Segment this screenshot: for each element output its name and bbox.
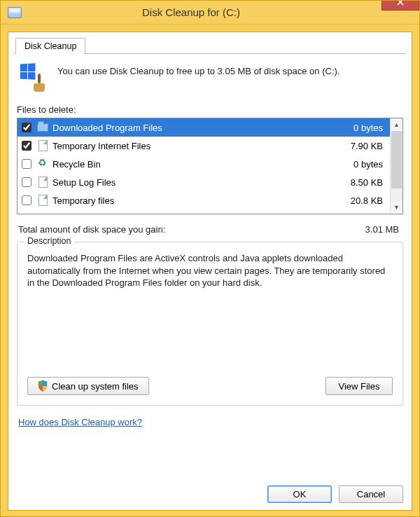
total-value: 3.01 MB [365,224,399,235]
intro-text: You can use Disk Cleanup to free up to 3… [57,64,340,78]
app-icon [8,7,22,18]
list-item[interactable]: Temporary Internet Files7.90 KB [18,137,390,155]
window-title: Disk Cleanup for (C:) [1,6,382,18]
list-item-name: Recycle Bin [52,159,330,170]
description-text: Downloaded Program Files are ActiveX con… [27,252,393,289]
list-item[interactable]: Downloaded Program Files0 bytes [18,118,390,137]
list-item-size: 20.8 KB [334,195,390,206]
total-label: Total amount of disk space you gain: [18,224,165,235]
list-item-size: 0 bytes [334,159,390,170]
list-item-checkbox[interactable] [22,159,31,169]
files-to-delete-label: Files to delete: [17,104,403,115]
tab-disk-cleanup[interactable]: Disk Cleanup [15,38,85,54]
list-item-checkbox[interactable] [22,177,31,187]
list-item-checkbox[interactable] [22,195,31,205]
files-listbox[interactable]: Downloaded Program Files0 bytesTemporary… [17,118,403,214]
scroll-up-button[interactable]: ▲ [391,118,402,131]
list-item[interactable]: Recycle Bin0 bytes [18,155,390,173]
scroll-down-button[interactable]: ▼ [391,201,402,214]
scrollbar[interactable]: ▲ ▼ [390,118,402,214]
list-item-name: Temporary Internet Files [52,141,330,151]
clean-system-files-button[interactable]: Clean up system files [27,377,149,395]
page-icon [37,177,48,188]
list-item[interactable]: Temporary files20.8 KB [18,191,390,209]
help-link[interactable]: How does Disk Cleanup work? [18,417,402,427]
list-item-checkbox[interactable] [22,141,31,151]
list-item-size: 0 bytes [334,123,390,133]
shield-icon [38,380,48,392]
page-icon [37,195,48,206]
list-item-checkbox[interactable] [22,123,31,132]
folder-icon [37,122,48,133]
disk-cleanup-icon [20,64,48,92]
list-item-size: 8.50 KB [334,177,390,188]
list-item[interactable]: Setup Log Files8.50 KB [18,173,390,191]
list-item-size: 7.90 KB [334,141,390,151]
clean-system-files-label: Clean up system files [52,381,139,392]
ok-label: OK [293,489,307,499]
view-files-label: View Files [338,381,379,392]
scroll-thumb[interactable] [391,131,402,188]
close-icon [397,0,404,6]
description-group: Description Downloaded Program Files are… [17,242,403,406]
close-button[interactable] [382,0,419,11]
recycle-bin-icon [37,158,48,170]
view-files-button[interactable]: View Files [326,377,393,395]
title-bar: Disk Cleanup for (C:) [1,1,419,25]
list-item-name: Setup Log Files [52,177,330,188]
description-legend: Description [24,236,74,246]
page-icon [37,140,48,151]
cancel-label: Cancel [357,489,385,499]
cancel-button[interactable]: Cancel [339,485,403,503]
list-item-name: Downloaded Program Files [52,123,330,133]
list-item-name: Temporary files [52,195,330,206]
ok-button[interactable]: OK [267,485,332,503]
tab-row: Disk Cleanup [14,36,406,54]
scroll-track[interactable] [391,131,402,201]
